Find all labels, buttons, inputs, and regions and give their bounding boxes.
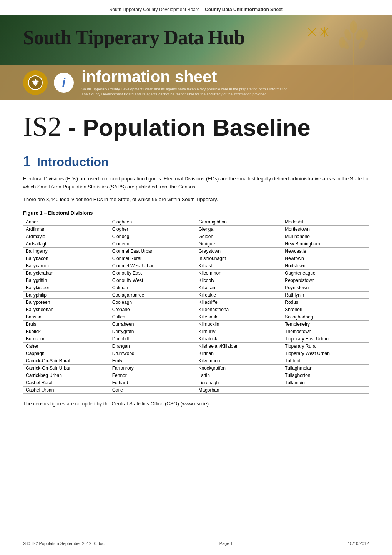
table-row: Carrickbeg UrbanFennorLattinTullaghorton [23, 372, 369, 379]
list-item: Ballycarron [23, 262, 110, 269]
list-item: Derrygrath [110, 328, 196, 335]
table-row: BallyclerahanClonoulty EastKilcommonOugh… [23, 269, 369, 277]
table-row: BallyporeenCooleaghKilladriffeRodus [23, 298, 369, 306]
list-item: Glengar [196, 225, 282, 233]
table-row: BallysheehanCrohaneKilleenasteenaShronel… [23, 306, 369, 313]
banner: South Tipperary Data Hub ✳✳ ⚜ i informat… [0, 15, 392, 100]
section-1-title: Introduction [37, 155, 109, 169]
list-item: Nodstown [282, 262, 369, 269]
list-item: Kilcoran [196, 284, 282, 291]
list-item [282, 386, 369, 393]
list-item: Thomastown [282, 328, 369, 335]
list-item: Clonmel Rural [110, 255, 196, 262]
list-item: Tipperary Rural [282, 342, 369, 350]
list-item: Clonbeg [110, 233, 196, 240]
list-item: Lisronagh [196, 379, 282, 386]
list-item: Oughterleague [282, 269, 369, 277]
info-disclaimer1: South Tipperary County Development Board… [81, 87, 369, 97]
list-item: Tubbrid [282, 357, 369, 364]
table-row: BallykisteenColmanKilcoranPoyntstown [23, 284, 369, 291]
table-row: BallybaconClonmel RuralInishlounaghtNewt… [23, 255, 369, 262]
list-item: Buolick [23, 328, 110, 335]
doc-title-prefix: IS2 [23, 111, 61, 142]
list-item: Kiltinan [196, 350, 282, 357]
list-item: Anner [23, 218, 110, 225]
list-item: Peppardstown [282, 277, 369, 284]
list-item: Fennor [110, 372, 196, 379]
table-row: ArdsallaghCloneenGraigueNew Birmingham [23, 240, 369, 247]
svg-text:⚜: ⚜ [31, 78, 40, 88]
ed-table: AnnerClogheenGarrangibbonModeshilArdfinn… [23, 218, 369, 394]
list-item: Shronell [282, 306, 369, 313]
list-item: Gaile [110, 386, 196, 393]
list-item: Tipperary West Urban [282, 350, 369, 357]
section-1-heading: 1 Introduction [23, 153, 369, 170]
doc-title-suffix: - Population Baseline [61, 114, 311, 141]
list-item: New Birmingham [282, 240, 369, 247]
list-item: Kilsheelan/Killaloan [196, 342, 282, 350]
list-item: Templeneiry [282, 320, 369, 328]
page-header: South Tipperary County Development Board… [0, 0, 392, 12]
list-item: Killenaule [196, 313, 282, 320]
list-item: Drumwood [110, 350, 196, 357]
list-item: Cooleagh [110, 298, 196, 306]
list-item: Bruis [23, 320, 110, 328]
list-item: Ardfinnan [23, 225, 110, 233]
list-item: Kilfeakle [196, 291, 282, 298]
list-item: Ballingarry [23, 247, 110, 255]
list-item: Killadriffe [196, 298, 282, 306]
svg-point-1 [350, 21, 357, 33]
list-item: Tullaghmelan [282, 364, 369, 372]
list-item: Kilmurry [196, 328, 282, 335]
table-row: Carrick-On-Suir UrbanFarranroryKnockgraf… [23, 364, 369, 372]
intro-para2: There are 3,440 legally defined EDs in t… [23, 196, 369, 204]
main-content: IS2 - Population Baseline 1 Introduction… [0, 100, 392, 422]
caption: The census figures are compiled by the C… [23, 401, 369, 407]
list-item: Cappagh [23, 350, 110, 357]
list-item: Carrickbeg Urban [23, 372, 110, 379]
logo-circle: ⚜ [23, 70, 48, 95]
list-item: Clonoulty East [110, 269, 196, 277]
list-item: Newcastle [282, 247, 369, 255]
list-item: Clonmel West Urban [110, 262, 196, 269]
list-item: Ardsallagh [23, 240, 110, 247]
info-sheet-title: information sheet [81, 69, 369, 85]
table-row: BallingarryClonmel East UrbanGraystownNe… [23, 247, 369, 255]
table-row: BallygriffinClonoulty WestKilcoolyPeppar… [23, 277, 369, 284]
list-item: Cloneen [110, 240, 196, 247]
list-item: Burncourt [23, 335, 110, 342]
list-item: Knockgraffon [196, 364, 282, 372]
svg-point-9 [339, 37, 345, 48]
list-item: Carrick-On-Suir Urban [23, 364, 110, 372]
info-banner: ⚜ i information sheet South Tipperary Co… [0, 65, 392, 100]
list-item: Rodus [282, 298, 369, 306]
list-item: Drangan [110, 342, 196, 350]
list-item: Ballyporeen [23, 298, 110, 306]
list-item: Solloghodbeg [282, 313, 369, 320]
list-item: Coolagarranroe [110, 291, 196, 298]
svg-point-7 [362, 29, 368, 40]
section-1-num: 1 [23, 153, 31, 170]
list-item: Ballybacon [23, 255, 110, 262]
list-item: Curraheen [110, 320, 196, 328]
list-item: Ballygriffin [23, 277, 110, 284]
table-row: BallycarronClonmel West UrbanKilcashNods… [23, 262, 369, 269]
list-item: Modeshil [282, 218, 369, 225]
figure-label: Figure 1 – Electoral Divisions [23, 210, 369, 216]
list-item: Rathlynin [282, 291, 369, 298]
list-item: Golden [196, 233, 282, 240]
list-item: Clogheen [110, 218, 196, 225]
page-footer: 280-IS2 Population September 2012 r0.doc… [23, 541, 369, 546]
list-item: Clonoulty West [110, 277, 196, 284]
table-row: BurncourtDonohillKilpatrickTipperary Eas… [23, 335, 369, 342]
list-item: Kilcommon [196, 269, 282, 277]
list-item: Magorban [196, 386, 282, 393]
list-item: Tullaghorton [282, 372, 369, 379]
list-item: Cullen [110, 313, 196, 320]
list-item: Newtown [282, 255, 369, 262]
table-row: Cashel UrbanGaileMagorban [23, 386, 369, 393]
header-bold: County Data Unit Information Sheet [205, 7, 283, 12]
list-item: Cashel Urban [23, 386, 110, 393]
list-item: Fethard [110, 379, 196, 386]
table-row: BanshaCullenKillenauleSolloghodbeg [23, 313, 369, 320]
